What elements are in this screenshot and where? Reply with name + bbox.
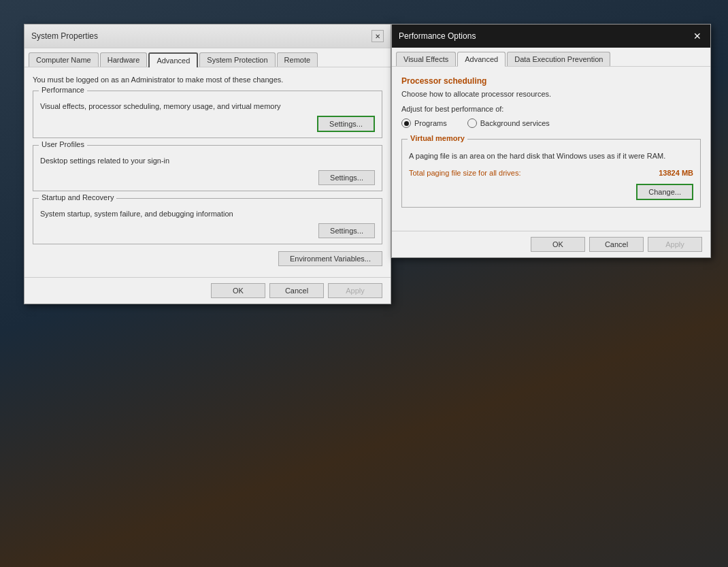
tab-remote[interactable]: Remote	[277, 52, 318, 67]
processor-scheduling-desc: Choose how to allocate processor resourc…	[401, 90, 701, 98]
performance-section: Performance Visual effects, processor sc…	[33, 91, 382, 138]
background-services-radio-label: Background services	[480, 119, 550, 127]
vm-total-label: Total paging file size for all drives:	[409, 169, 520, 177]
env-btn-row: Environment Variables...	[33, 251, 382, 266]
environment-variables-button[interactable]: Environment Variables...	[278, 251, 382, 266]
user-profiles-section: User Profiles Desktop settings related t…	[33, 145, 382, 191]
user-profiles-btn-row: Settings...	[40, 170, 375, 185]
virtual-memory-change-button[interactable]: Change...	[636, 184, 693, 200]
virtual-memory-section: Virtual memory A paging file is an area …	[401, 139, 701, 208]
system-props-content: You must be logged on as an Administrato…	[24, 67, 391, 277]
perf-apply-button[interactable]: Apply	[648, 237, 702, 252]
perf-cancel-button[interactable]: Cancel	[589, 237, 644, 252]
performance-settings-button[interactable]: Settings...	[317, 116, 375, 132]
tab-advanced[interactable]: Advanced	[148, 52, 198, 67]
vm-total-value: 13824 MB	[659, 169, 693, 177]
tab-system-protection[interactable]: System Protection	[199, 52, 275, 67]
startup-recovery-section: Startup and Recovery System startup, sys…	[33, 198, 382, 244]
system-props-title: System Properties	[31, 31, 98, 41]
perf-footer: OK Cancel Apply	[392, 231, 710, 257]
perf-title: Performance Options	[399, 31, 476, 41]
system-props-cancel-button[interactable]: Cancel	[269, 283, 324, 298]
background-services-radio-button[interactable]	[467, 118, 477, 128]
radio-group: Programs Background services	[401, 118, 701, 128]
system-properties-dialog: System Properties ✕ Computer Name Hardwa…	[24, 24, 391, 304]
tab-visual-effects[interactable]: Visual Effects	[396, 52, 456, 66]
tab-advanced-perf[interactable]: Advanced	[457, 52, 506, 67]
user-profiles-label: User Profiles	[39, 140, 87, 148]
system-props-titlebar: System Properties ✕	[24, 25, 391, 48]
tab-hardware[interactable]: Hardware	[100, 52, 148, 67]
tab-data-execution-prevention[interactable]: Data Execution Prevention	[507, 52, 610, 66]
programs-radio-label: Programs	[414, 119, 447, 127]
user-profiles-settings-button[interactable]: Settings...	[318, 170, 375, 185]
perf-close-button[interactable]: ✕	[691, 30, 704, 42]
performance-desc: Visual effects, processor scheduling, me…	[40, 102, 375, 110]
startup-recovery-settings-button[interactable]: Settings...	[318, 223, 375, 238]
system-props-ok-button[interactable]: OK	[211, 283, 265, 298]
vm-size-row: Total paging file size for all drives: 1…	[409, 169, 693, 177]
performance-options-dialog: Performance Options ✕ Visual Effects Adv…	[391, 24, 711, 258]
user-profiles-desc: Desktop settings related to your sign-in	[40, 157, 375, 165]
adjust-label: Adjust for best performance of:	[401, 105, 701, 113]
radio-programs[interactable]: Programs	[401, 118, 447, 128]
system-props-footer: OK Cancel Apply	[24, 277, 391, 304]
startup-recovery-btn-row: Settings...	[40, 223, 375, 238]
processor-scheduling-title: Processor scheduling	[401, 76, 701, 86]
startup-recovery-label: Startup and Recovery	[39, 193, 116, 201]
virtual-memory-label: Virtual memory	[408, 134, 467, 142]
virtual-memory-desc: A paging file is an area on the hard dis…	[409, 150, 693, 162]
performance-btn-row: Settings...	[40, 116, 375, 132]
perf-ok-button[interactable]: OK	[531, 237, 585, 252]
radio-background-services[interactable]: Background services	[467, 118, 550, 128]
startup-recovery-desc: System startup, system failure, and debu…	[40, 210, 375, 218]
vm-btn-row: Change...	[409, 184, 693, 200]
perf-content: Processor scheduling Choose how to alloc…	[392, 67, 710, 217]
system-props-tab-bar: Computer Name Hardware Advanced System P…	[24, 48, 391, 67]
admin-notice: You must be logged on as an Administrato…	[33, 76, 382, 84]
system-props-apply-button[interactable]: Apply	[328, 283, 382, 298]
perf-titlebar: Performance Options ✕	[392, 25, 710, 48]
tab-computer-name[interactable]: Computer Name	[29, 52, 99, 67]
programs-radio-button[interactable]	[401, 118, 411, 128]
performance-label: Performance	[39, 86, 87, 94]
perf-tab-bar: Visual Effects Advanced Data Execution P…	[392, 48, 710, 67]
system-props-close-button[interactable]: ✕	[371, 30, 384, 42]
